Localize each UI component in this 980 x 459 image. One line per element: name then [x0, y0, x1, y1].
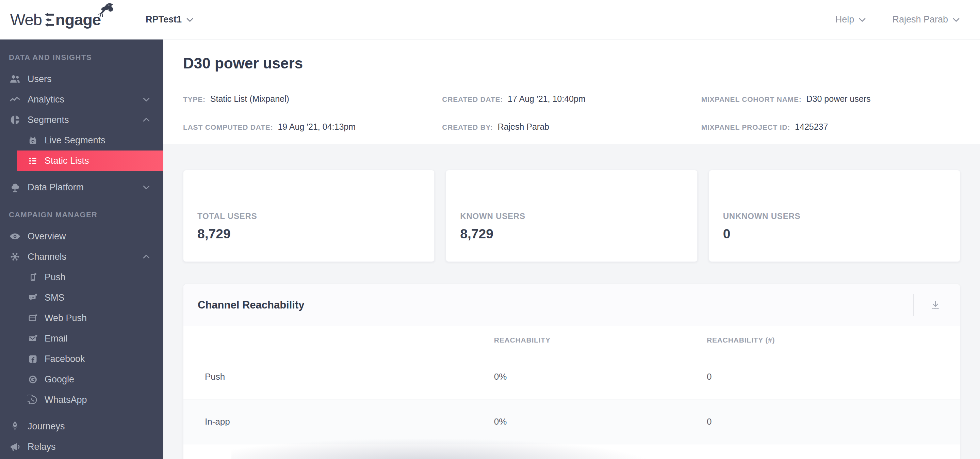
- chevron-down-icon: [142, 183, 150, 191]
- chevron-up-icon: [142, 253, 150, 261]
- sidebar-item-channels[interactable]: Channels: [0, 247, 163, 267]
- sidebar-item-web-push[interactable]: Web Push: [0, 308, 163, 328]
- sidebar-item-facebook[interactable]: Facebook: [0, 349, 163, 369]
- whatsapp-icon: [27, 395, 38, 405]
- sidebar-item-overview[interactable]: Overview: [0, 226, 163, 247]
- page-body: TOTAL USERS 8,729 KNOWN USERS 8,729 UNKN…: [163, 144, 980, 459]
- metadata-row-2: LAST COMPUTED DATE: 19 Aug '21, 04:13pm …: [163, 113, 980, 140]
- meta-label: LAST COMPUTED DATE:: [183, 123, 273, 131]
- channel-reachability-panel: Channel Reachability REACHABILITY REACHA…: [183, 284, 960, 459]
- sidebar-item-relays[interactable]: Relays: [0, 437, 163, 457]
- metadata-row-1: TYPE: Static List (Mixpanel) CREATED DAT…: [163, 85, 980, 113]
- chevron-down-icon: [858, 16, 866, 24]
- sidebar-item-label: WhatsApp: [45, 395, 87, 405]
- unknown-users-card: UNKNOWN USERS 0: [709, 170, 960, 262]
- email-icon: [27, 333, 38, 344]
- channel-name: In-app: [183, 416, 494, 427]
- help-menu[interactable]: Help: [835, 14, 867, 25]
- meta-value: 17 Aug '21, 10:40pm: [508, 94, 585, 104]
- page-title: D30 power users: [163, 40, 980, 72]
- download-button[interactable]: [928, 298, 943, 312]
- bird-icon: [92, 2, 114, 21]
- meta-last-computed-date: LAST COMPUTED DATE: 19 Aug '21, 04:13pm: [183, 122, 442, 132]
- sidebar-item-label: Web Push: [45, 313, 87, 324]
- stat-label: TOTAL USERS: [197, 212, 420, 221]
- column-reachability: REACHABILITY: [494, 336, 707, 344]
- static-lists-icon: [27, 156, 38, 166]
- logo-text-web: Web: [10, 10, 42, 29]
- sidebar-item-label: Channels: [27, 252, 66, 262]
- download-icon: [930, 300, 941, 311]
- channel-name: Push: [183, 371, 494, 382]
- webengage-logo[interactable]: Web ngage: [10, 10, 116, 29]
- stat-value: 8,729: [197, 227, 420, 241]
- sidebar-item-label: Email: [45, 333, 68, 344]
- chevron-down-icon: [952, 16, 960, 24]
- meta-value: 19 Aug '21, 04:13pm: [278, 122, 356, 132]
- panel-header: Channel Reachability: [183, 284, 960, 326]
- sidebar-item-whatsapp[interactable]: WhatsApp: [0, 389, 163, 410]
- help-label: Help: [835, 14, 854, 25]
- sidebar-item-users[interactable]: Users: [0, 69, 163, 89]
- meta-label: CREATED DATE:: [442, 96, 503, 104]
- sidebar-item-label: Relays: [27, 441, 56, 452]
- push-icon: [27, 272, 38, 283]
- main-content: D30 power users TYPE: Static List (Mixpa…: [163, 40, 980, 459]
- sidebar-item-google[interactable]: Google: [0, 369, 163, 389]
- sidebar-item-label: Facebook: [45, 354, 85, 364]
- user-name: Rajesh Parab: [892, 14, 948, 25]
- sidebar-item-analytics[interactable]: Analytics: [0, 89, 163, 110]
- meta-value: 1425237: [795, 122, 828, 132]
- known-users-card: KNOWN USERS 8,729: [446, 170, 697, 262]
- sidebar-item-label: Static Lists: [45, 156, 89, 166]
- stat-value: 0: [723, 227, 946, 241]
- reachability-percent: 0%: [494, 371, 707, 382]
- sidebar-item-label: Segments: [27, 115, 69, 125]
- divider: [913, 294, 914, 316]
- google-icon: [27, 374, 38, 385]
- sidebar-section-campaign-manager: CAMPAIGN MANAGER: [0, 211, 163, 218]
- sidebar-item-label: Users: [27, 74, 52, 84]
- sidebar-item-label: Analytics: [27, 94, 64, 105]
- live-segments-icon: [27, 135, 38, 146]
- reachability-percent: 0%: [494, 416, 707, 427]
- sidebar-item-push[interactable]: Push: [0, 267, 163, 287]
- user-menu[interactable]: Rajesh Parab: [892, 14, 960, 25]
- sidebar: DATA AND INSIGHTS Users Analytics: [0, 40, 163, 459]
- table-row-partial: [183, 444, 960, 459]
- sidebar-item-data-platform[interactable]: Data Platform: [0, 177, 163, 198]
- stats-cards: TOTAL USERS 8,729 KNOWN USERS 8,729 UNKN…: [183, 170, 960, 262]
- sidebar-item-sms[interactable]: SMS: [0, 287, 163, 308]
- logo-arrows-e-icon: [43, 13, 54, 27]
- topbar-right: Help Rajesh Parab: [835, 14, 960, 25]
- table-row-in-app[interactable]: In-app 0% 0: [183, 399, 960, 444]
- project-selector[interactable]: RPTest1: [146, 14, 194, 25]
- meta-label: MIXPANEL PROJECT ID:: [701, 123, 790, 131]
- stat-label: UNKNOWN USERS: [723, 212, 946, 221]
- metadata: TYPE: Static List (Mixpanel) CREATED DAT…: [163, 85, 980, 140]
- table-header-row: REACHABILITY REACHABILITY (#): [183, 326, 960, 354]
- sidebar-item-journeys[interactable]: Journeys: [0, 416, 163, 437]
- data-platform-icon: [9, 181, 21, 193]
- sidebar-item-live-segments[interactable]: Live Segments: [0, 130, 163, 150]
- column-reachability-count: REACHABILITY (#): [707, 336, 960, 344]
- topbar: Web ngage RPTest1 Help: [0, 0, 980, 40]
- relays-megaphone-icon: [9, 441, 21, 453]
- sidebar-item-static-lists[interactable]: Static Lists: [17, 150, 163, 171]
- total-users-card: TOTAL USERS 8,729: [183, 170, 434, 262]
- sidebar-item-email[interactable]: Email: [0, 328, 163, 349]
- panel-title: Channel Reachability: [198, 299, 913, 311]
- reachability-count: 0: [707, 416, 960, 427]
- meta-value: Rajesh Parab: [498, 122, 549, 132]
- chevron-up-icon: [142, 116, 150, 124]
- table-row-push[interactable]: Push 0% 0: [183, 354, 960, 399]
- stat-value: 8,729: [460, 227, 683, 241]
- chevron-down-icon: [142, 96, 150, 104]
- journeys-rocket-icon: [9, 420, 21, 432]
- page-header: D30 power users TYPE: Static List (Mixpa…: [163, 40, 980, 144]
- meta-label: TYPE:: [183, 96, 205, 104]
- meta-value: Static List (Mixpanel): [210, 94, 289, 104]
- project-name: RPTest1: [146, 14, 182, 25]
- webengage-app: Web ngage RPTest1 Help: [0, 0, 980, 459]
- sidebar-item-segments[interactable]: Segments: [0, 110, 163, 130]
